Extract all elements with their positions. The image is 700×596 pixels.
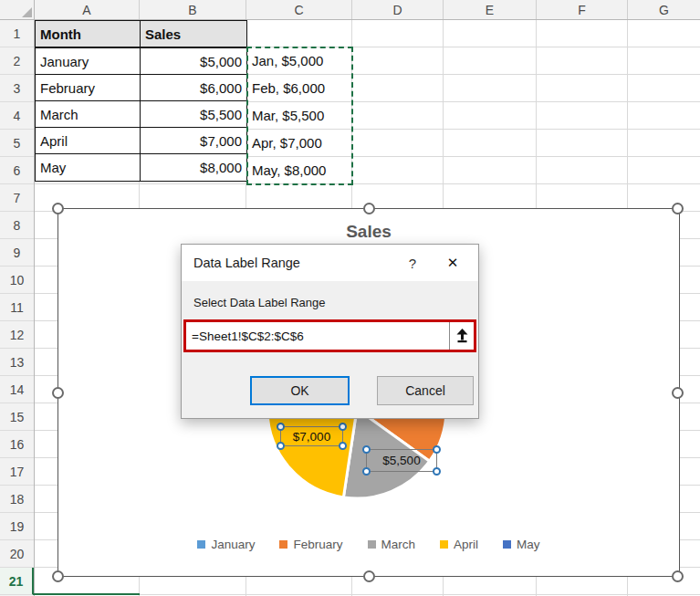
column-header-d[interactable]: D <box>352 0 444 19</box>
chart-legend[interactable]: January February March April May <box>58 538 679 551</box>
legend-item-january[interactable]: January <box>197 538 255 551</box>
label-handle-icon[interactable] <box>362 445 371 454</box>
help-icon[interactable]: ? <box>392 245 433 281</box>
row-header-10[interactable]: 10 <box>0 267 34 294</box>
table-row: January $5,000 <box>36 48 246 75</box>
cell-a6[interactable]: May <box>36 154 141 181</box>
row-header-17[interactable]: 17 <box>0 458 34 486</box>
chart-resize-handle[interactable] <box>672 570 684 582</box>
column-header-e[interactable]: E <box>444 0 537 19</box>
column-header-c[interactable]: C <box>246 0 352 19</box>
column-header-g[interactable]: G <box>628 0 700 19</box>
legend-swatch-may <box>503 540 511 549</box>
cell-b4[interactable]: $5,500 <box>141 101 246 128</box>
active-cell-border <box>33 593 140 595</box>
row-header-3[interactable]: 3 <box>0 75 34 102</box>
chart-resize-handle[interactable] <box>672 387 684 399</box>
legend-item-february[interactable]: February <box>279 538 342 551</box>
row-header-18[interactable]: 18 <box>0 486 34 513</box>
row-header-21[interactable]: 21 <box>0 568 34 595</box>
label-handle-icon[interactable] <box>433 467 441 476</box>
row-header-20[interactable]: 20 <box>0 540 34 568</box>
cell-a2[interactable]: January <box>36 48 141 75</box>
select-all-triangle-icon <box>22 7 32 17</box>
legend-item-april[interactable]: April <box>440 538 478 551</box>
dialog-titlebar[interactable]: Data Label Range ? ✕ <box>182 245 478 281</box>
cell-a4[interactable]: March <box>36 101 141 128</box>
row-header-19[interactable]: 19 <box>0 513 34 540</box>
row-header-16[interactable]: 16 <box>0 431 34 458</box>
cell-b5[interactable]: $7,000 <box>141 128 246 154</box>
row-header-5[interactable]: 5 <box>0 130 34 157</box>
label-handle-icon[interactable] <box>339 442 347 450</box>
legend-swatch-february <box>279 540 287 549</box>
data-label-march[interactable]: $5,500 <box>366 449 437 472</box>
chart-resize-handle[interactable] <box>672 203 684 214</box>
select-all-corner[interactable] <box>0 0 35 19</box>
chart-resize-handle[interactable] <box>52 387 64 399</box>
table-row: May $8,000 <box>36 154 246 181</box>
cell-c6[interactable]: May, $8,000 <box>247 157 351 184</box>
row-header-11[interactable]: 11 <box>0 294 34 321</box>
cell-b6[interactable]: $8,000 <box>141 154 246 181</box>
legend-swatch-january <box>197 540 205 549</box>
row-header-6[interactable]: 6 <box>0 157 34 184</box>
legend-swatch-april <box>440 540 448 549</box>
chart-resize-handle[interactable] <box>52 570 64 582</box>
cell-c4[interactable]: Mar, $5,500 <box>247 102 351 130</box>
table-row: April $7,000 <box>36 128 246 154</box>
column-headers: A B C D E F G <box>0 0 700 20</box>
spreadsheet: A B C D E F G 1 2 3 4 5 6 7 8 9 10 11 12… <box>0 0 700 596</box>
label-handle-icon[interactable] <box>277 442 285 450</box>
label-handle-icon[interactable] <box>433 445 441 454</box>
table-header-row: Month Sales <box>36 21 246 48</box>
cell-c5[interactable]: Apr, $7,000 <box>247 130 351 157</box>
row-header-13[interactable]: 13 <box>0 349 34 376</box>
close-icon[interactable]: ✕ <box>433 245 473 281</box>
chart-resize-handle[interactable] <box>52 203 64 214</box>
row-header-15[interactable]: 15 <box>0 403 34 431</box>
legend-label: March <box>381 538 416 551</box>
legend-item-may[interactable]: May <box>503 538 540 551</box>
row-header-7[interactable]: 7 <box>0 184 34 212</box>
cell-a1[interactable]: Month <box>36 21 141 48</box>
legend-item-march[interactable]: March <box>368 538 416 551</box>
range-input-box <box>183 319 476 352</box>
collapse-dialog-button[interactable] <box>449 322 474 350</box>
data-table: Month Sales January $5,000 February $6,0… <box>35 20 247 182</box>
label-handle-icon[interactable] <box>277 423 285 431</box>
chart-resize-handle[interactable] <box>363 570 375 582</box>
legend-swatch-march <box>368 540 376 549</box>
data-label-april[interactable]: $7,000 <box>280 426 343 446</box>
label-handle-icon[interactable] <box>339 423 347 431</box>
cell-a3[interactable]: February <box>36 75 141 101</box>
row-header-8[interactable]: 8 <box>0 212 34 239</box>
row-header-12[interactable]: 12 <box>0 321 34 349</box>
row-header-2[interactable]: 2 <box>0 47 34 75</box>
column-header-f[interactable]: F <box>537 0 628 19</box>
collapse-arrow-icon <box>455 329 469 343</box>
cell-b2[interactable]: $5,000 <box>141 48 246 75</box>
cell-c2[interactable]: Jan, $5,000 <box>247 47 351 75</box>
cancel-button[interactable]: Cancel <box>377 376 474 405</box>
range-input[interactable] <box>186 322 449 350</box>
ok-button[interactable]: OK <box>250 376 350 405</box>
cell-c3[interactable]: Feb, $6,000 <box>247 75 351 102</box>
data-label-range-dialog: Data Label Range ? ✕ Select Data Label R… <box>181 244 479 419</box>
legend-label: February <box>293 538 342 551</box>
label-handle-icon[interactable] <box>362 467 371 476</box>
row-header-9[interactable]: 9 <box>0 239 34 267</box>
cell-b3[interactable]: $6,000 <box>141 75 246 101</box>
range-field-label: Select Data Label Range <box>193 296 326 309</box>
row-header-1[interactable]: 1 <box>0 20 34 47</box>
legend-label: May <box>517 538 540 551</box>
row-header-4[interactable]: 4 <box>0 102 34 130</box>
column-header-a[interactable]: A <box>35 0 140 19</box>
row-header-14[interactable]: 14 <box>0 376 34 403</box>
cell-a5[interactable]: April <box>36 128 141 154</box>
chart-resize-handle[interactable] <box>363 203 375 214</box>
table-row: March $5,500 <box>36 101 246 128</box>
cell-b1[interactable]: Sales <box>141 21 246 48</box>
column-header-b[interactable]: B <box>140 0 246 19</box>
legend-label: April <box>454 538 478 551</box>
